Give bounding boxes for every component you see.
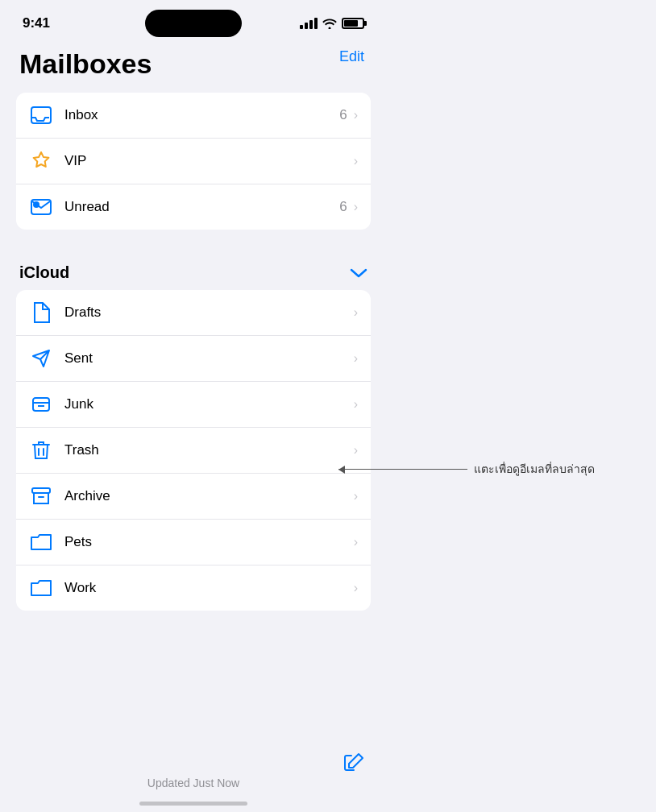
unread-item[interactable]: Unread 6 › — [16, 184, 371, 230]
work-label: Work — [64, 580, 354, 596]
archive-item[interactable]: Archive › — [16, 474, 371, 520]
sent-icon — [29, 346, 53, 371]
svg-rect-3 — [33, 398, 49, 411]
pets-chevron-icon: › — [354, 535, 358, 549]
work-chevron-icon: › — [354, 581, 358, 595]
edit-button[interactable]: Edit — [339, 48, 364, 65]
svg-point-2 — [33, 201, 39, 208]
vip-item[interactable]: VIP › — [16, 139, 371, 184]
annotation-text: แตะเพื่อดูอีเมลที่ลบล่าสุด — [474, 460, 595, 478]
trash-chevron-icon: › — [354, 443, 358, 458]
icloud-section: iCloud Drafts › — [16, 255, 371, 611]
pets-folder-icon — [29, 530, 53, 554]
drafts-item[interactable]: Drafts › — [16, 290, 371, 336]
page-title: Mailboxes — [16, 48, 371, 80]
icloud-chevron-icon — [350, 267, 367, 279]
junk-item[interactable]: Junk › — [16, 382, 371, 428]
junk-icon — [29, 392, 53, 416]
inbox-chevron-icon: › — [354, 108, 358, 122]
smart-mailboxes-card: Inbox 6 › VIP › — [16, 93, 371, 230]
unread-badge: 6 — [339, 199, 347, 215]
signal-icon — [300, 18, 318, 29]
trash-icon — [29, 438, 53, 462]
wifi-icon — [322, 18, 337, 29]
inbox-item[interactable]: Inbox 6 › — [16, 93, 371, 139]
archive-icon — [29, 484, 53, 508]
vip-label: VIP — [64, 153, 347, 169]
pets-label: Pets — [64, 534, 354, 550]
status-icons — [300, 18, 364, 29]
status-time: 9:41 — [23, 15, 50, 31]
icloud-header[interactable]: iCloud — [16, 255, 371, 287]
battery-icon — [342, 18, 364, 29]
vip-chevron-icon: › — [354, 154, 358, 168]
icloud-title: iCloud — [19, 263, 69, 282]
annotation-line — [338, 469, 467, 470]
main-content: Mailboxes Inbox 6 › — [0, 48, 387, 611]
drafts-label: Drafts — [64, 304, 354, 321]
phone-screen: 9:41 Edit Mailboxes — [0, 0, 387, 812]
inbox-label: Inbox — [64, 107, 339, 123]
drafts-icon — [29, 300, 53, 325]
compose-button[interactable] — [343, 752, 364, 773]
home-indicator — [139, 802, 247, 806]
icloud-card: Drafts › Sent › — [16, 290, 371, 611]
sent-label: Sent — [64, 350, 354, 367]
drafts-chevron-icon: › — [354, 305, 358, 320]
footer-update-text: Updated Just Now — [147, 777, 239, 789]
inbox-icon — [29, 103, 53, 127]
unread-icon — [29, 195, 53, 219]
junk-label: Junk — [64, 396, 354, 412]
pets-item[interactable]: Pets › — [16, 520, 371, 566]
junk-chevron-icon: › — [354, 397, 358, 412]
sent-chevron-icon: › — [354, 351, 358, 366]
vip-icon — [29, 149, 53, 173]
archive-label: Archive — [64, 488, 354, 504]
unread-chevron-icon: › — [354, 200, 358, 214]
work-folder-icon — [29, 576, 53, 600]
trash-label: Trash — [64, 442, 354, 458]
svg-rect-8 — [32, 488, 50, 493]
annotation: แตะเพื่อดูอีเมลที่ลบล่าสุด — [338, 460, 595, 478]
dynamic-island — [145, 10, 242, 37]
inbox-badge: 6 — [339, 107, 347, 123]
sent-item[interactable]: Sent › — [16, 336, 371, 382]
trash-item[interactable]: Trash › — [16, 428, 371, 474]
archive-chevron-icon: › — [354, 489, 358, 503]
footer: Updated Just Now — [0, 777, 387, 789]
work-item[interactable]: Work › — [16, 566, 371, 611]
unread-label: Unread — [64, 199, 339, 215]
